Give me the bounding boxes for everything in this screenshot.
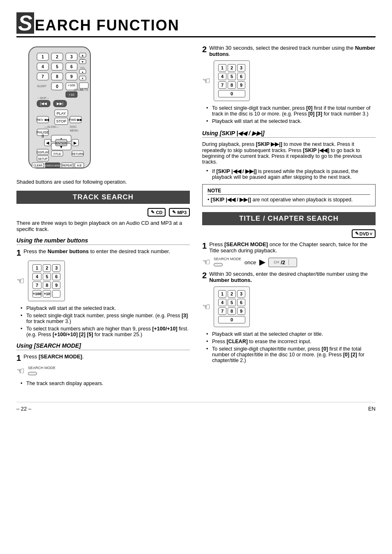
dvd-badge: ✎ DVD V	[352, 229, 376, 238]
r-num-3: 3	[237, 64, 245, 72]
search-mode-wrap: ☞ SEARCH MODE	[16, 366, 190, 376]
cd-label: CD	[156, 210, 162, 215]
step1-bullets: Playback will start at the selected trac…	[21, 305, 190, 337]
numpad-2: 1 2 3 4 5 6 7 8 9	[214, 60, 250, 101]
tc-num-7: 7	[218, 307, 226, 315]
svg-text:5: 5	[56, 65, 58, 69]
dvd-badge-wrap: ✎ DVD V	[202, 229, 376, 238]
bullet-tc-clear: Press [CLEAR] to erase the incorrect inp…	[206, 339, 376, 344]
track-search-intro: There are three ways to begin playback o…	[16, 220, 190, 232]
svg-text:2: 2	[56, 55, 58, 59]
title-chapter-section: TITLE / CHAPTER SEARCH ✎ DVD V 1 Press […	[202, 212, 376, 363]
svg-text:FWD ▶▶: FWD ▶▶	[69, 118, 83, 122]
search-mode-small-label: SEARCH MODE	[28, 366, 55, 370]
svg-text:8: 8	[56, 74, 58, 79]
using-skip-title: Using [SKIP |◀◀ / ▶▶|]	[202, 130, 376, 138]
step1-number-buttons: 1 Press the Number buttons to enter the …	[16, 248, 190, 337]
title-s: S	[16, 12, 34, 34]
num-plus10: +10	[43, 290, 51, 298]
tc-num-4: 4	[218, 299, 226, 306]
lang-label: EN	[368, 406, 376, 412]
ch-val: /2	[281, 259, 285, 265]
r-num-9: 9	[237, 81, 245, 89]
svg-text:SETUP: SETUP	[38, 157, 48, 160]
num-plus100: +100	[32, 290, 42, 298]
step2-track: 2 Within 30 seconds, select the desired …	[202, 45, 376, 124]
bullet-playback-start: Playback will start at the selected trac…	[21, 305, 190, 311]
note-title: NOTE	[208, 188, 370, 195]
cd-badge: ✎ CD	[148, 208, 166, 217]
media-icons: ✎ CD ✎ MP3	[16, 208, 190, 217]
numpad-wrap-1: ☞ 1 2 3 4 5 6	[16, 261, 190, 301]
step1-text: 1 Press the Number buttons to enter the …	[16, 248, 190, 257]
svg-text:←SKIP→: ←SKIP→	[37, 97, 49, 99]
cd-pencil-icon: ✎	[151, 210, 154, 215]
svg-text:|◀◀: |◀◀	[40, 102, 47, 106]
step1-search-mode-text: 1 Press [SEARCH MODE].	[16, 353, 190, 362]
hand-icon-1: ☞	[16, 276, 25, 286]
step1-number: 1	[16, 248, 21, 257]
step1-search-mode-num: 1	[16, 353, 21, 362]
shaded-note: Shaded buttons are used for following op…	[16, 179, 190, 185]
using-skip-text: During playback, press [SKIP ▶▶|] to mov…	[202, 141, 376, 165]
svg-text:REPEAT: REPEAT	[62, 164, 73, 167]
svg-text:1: 1	[42, 55, 44, 59]
r-num-0: 0	[218, 90, 245, 97]
svg-text:VOL: VOL	[80, 67, 85, 69]
numpad-tc: 1 2 3 4 5 6 7 8	[214, 286, 250, 327]
num-3: 3	[52, 264, 60, 272]
svg-text:▶▶|: ▶▶|	[57, 102, 63, 106]
hand-icon-search: ☞	[16, 366, 25, 376]
r-num-8: 8	[228, 81, 236, 89]
num-8: 8	[43, 282, 51, 289]
svg-text:A-B: A-B	[77, 164, 82, 167]
svg-text:SLEEP: SLEEP	[37, 85, 46, 88]
bullet-r-single-digit: To select single-digit track number, pre…	[206, 105, 376, 117]
chapter-display-box: CH /2	[268, 258, 297, 267]
svg-text:DISC: DISC	[70, 125, 77, 128]
track-search-title: TRACK SEARCH	[16, 191, 190, 204]
tc-step1-num: 1	[202, 241, 207, 250]
subsection-number-buttons: Using the number buttons	[16, 237, 190, 245]
svg-text:7: 7	[42, 74, 44, 79]
svg-text:MUTE: MUTE	[80, 88, 88, 91]
svg-text:▼: ▼	[81, 77, 84, 80]
tc-num-3: 3	[237, 290, 245, 298]
num-9: 9	[52, 282, 60, 289]
num-5: 5	[43, 273, 51, 280]
svg-text:0: 0	[56, 84, 58, 89]
svg-text:9: 9	[70, 74, 73, 79]
svg-text:—SLOW—: —SLOW—	[44, 125, 59, 128]
svg-text:STOP: STOP	[56, 119, 66, 123]
r-num-5: 5	[228, 73, 236, 80]
ch-label: CH	[274, 260, 279, 264]
using-skip-bullets: If [SKIP |◀◀ / ▶▶|] is pressed while the…	[206, 168, 376, 180]
numpad-wrap-2: ☞ 1 2 3 4 5 6 7	[202, 60, 376, 101]
r-num-6: 6	[237, 73, 245, 80]
bullet-tc-single-digit: To select single-digit chapter/title num…	[206, 346, 376, 363]
svg-text:SEARCH MODE: SEARCH MODE	[44, 164, 62, 167]
search-mode-small-label-tc: SEARCH MODE	[214, 257, 241, 261]
note-box-skip: NOTE • [SKIP |◀◀ / ▶▶|] are not operativ…	[202, 184, 376, 206]
hand-icon-tc: ☞	[202, 257, 210, 268]
note-text: • [SKIP |◀◀ / ▶▶|] are not operative whe…	[208, 196, 370, 203]
svg-text:TITLE: TITLE	[53, 152, 61, 155]
hand-icon-2: ☞	[202, 76, 210, 86]
numpad-1: 1 2 3 4 5 6 7 8	[28, 261, 65, 301]
page-footer: – 22 – EN	[16, 402, 376, 412]
mp3-label: MP3	[177, 210, 187, 215]
hand-icon-tc2: ☞	[202, 302, 210, 312]
numpad-wrap-tc: ☞ 1 2 3 4 5 6	[202, 286, 376, 327]
svg-text:▼: ▼	[81, 60, 84, 63]
r-num-2: 2	[228, 64, 236, 72]
svg-text:▲: ▲	[81, 71, 84, 73]
bullet-skip-paused: If [SKIP |◀◀ / ▶▶|] is pressed while the…	[206, 168, 376, 180]
svg-text:▶: ▶	[74, 141, 77, 145]
right-column: 2 Within 30 seconds, select the desired …	[202, 45, 376, 392]
svg-text:6: 6	[70, 65, 73, 69]
svg-text:DISPLAY: DISPLAY	[37, 151, 48, 154]
dvd-v-label: V	[370, 232, 372, 236]
step2-track-bullets: To select single-digit track number, pre…	[206, 105, 376, 124]
bullet-higher-than-9: To select track numbers which are higher…	[21, 326, 190, 337]
arrow-icon: ▶	[259, 258, 265, 267]
